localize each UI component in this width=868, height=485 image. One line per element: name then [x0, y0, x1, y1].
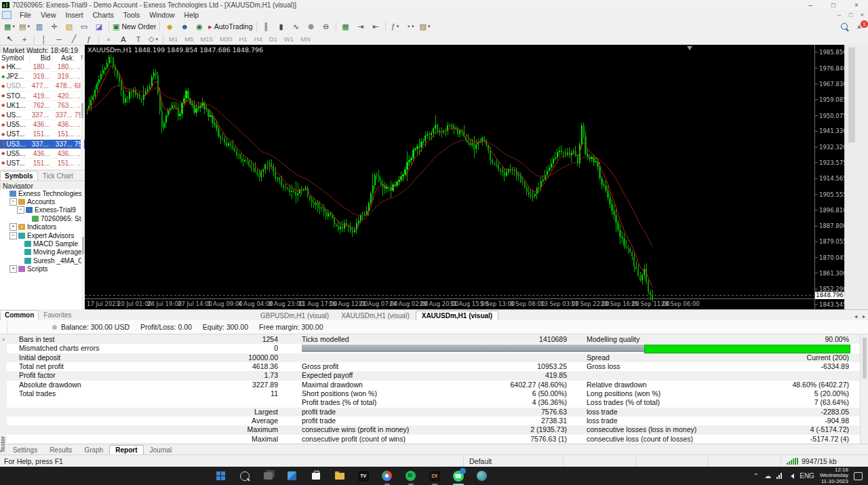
new-chart-button[interactable]: ▦▾ — [2, 20, 17, 33]
new-order-button[interactable]: ▣New Order — [111, 20, 157, 33]
onedrive-cloud-icon[interactable]: ☁ — [764, 472, 771, 480]
navigator-item[interactable]: −Expert Advisors — [0, 231, 85, 239]
navigator-item[interactable]: 70260965: Standa — [0, 214, 85, 222]
timeframe-d1-button[interactable]: D1 — [266, 34, 281, 45]
menu-insert[interactable]: Insert — [61, 11, 88, 19]
timeframe-h1-button[interactable]: H1 — [235, 34, 250, 45]
notification-center-icon[interactable] — [854, 472, 863, 480]
tray-clock[interactable]: 12:16 Wednesday 11-10-2023 — [820, 467, 848, 485]
chart-tab[interactable]: XAUUSDm,H1 (visual) — [416, 311, 498, 321]
start-button[interactable] — [214, 469, 229, 484]
spotify-app[interactable] — [403, 469, 418, 484]
menu-file[interactable]: File — [15, 11, 36, 19]
network-icon[interactable] — [776, 473, 783, 479]
exness-app[interactable]: ZX — [427, 469, 442, 484]
terminal-toggle-button[interactable]: ▭ — [77, 20, 92, 33]
fibonacci-tool-button[interactable]: ƒ — [81, 33, 96, 45]
navigator-item[interactable]: MACD Sample — [0, 239, 85, 248]
market-watch-toggle-button[interactable]: ▥ — [32, 20, 47, 33]
tradingview-app[interactable]: TV — [356, 469, 371, 484]
close-button[interactable]: × — [845, 0, 868, 10]
navigator-item[interactable]: −Exness-Trial9 — [0, 206, 85, 214]
navigator-item[interactable]: −Accounts — [0, 197, 85, 206]
timeframe-m30-button[interactable]: M30 — [216, 34, 235, 45]
navigator-tab-common[interactable]: Common — [0, 310, 39, 320]
market-watch-row[interactable]: ◆STO...419...420...... — [0, 92, 85, 101]
trendline-tool-button[interactable]: ╱ — [66, 33, 81, 45]
navigator-item[interactable]: Suresh _4MA_Corssv: — [0, 256, 85, 265]
expert-advisors-button[interactable]: ☻ — [177, 20, 192, 33]
search-icon[interactable] — [841, 23, 848, 30]
child-restore-button[interactable]: □ — [845, 11, 856, 19]
timeframe-mn-button[interactable]: MN — [297, 34, 314, 45]
timeframe-m5-button[interactable]: M5 — [181, 34, 197, 45]
timeframe-m1-button[interactable]: M1 — [165, 34, 181, 45]
expand-icon[interactable]: + — [9, 223, 17, 231]
task-view-button[interactable] — [261, 469, 276, 484]
market-watch-row[interactable]: ◆UST...151...151...... — [0, 159, 85, 168]
auto-scroll-button[interactable]: ⇥ — [353, 20, 368, 33]
bar-chart-mode-button[interactable]: ║ — [259, 20, 274, 33]
vertical-line-tool-button[interactable]: │ — [37, 33, 52, 45]
text-tool-button[interactable]: A — [116, 33, 131, 45]
menu-tools[interactable]: Tools — [119, 11, 145, 19]
navigator-item[interactable]: +Scripts — [0, 265, 85, 273]
tester-tab-journal[interactable]: Journal — [144, 445, 178, 455]
report-scrollbar[interactable] — [860, 335, 868, 444]
market-watch-row[interactable]: ◆US3...337...337...75 — [0, 140, 85, 149]
collapse-icon[interactable]: − — [17, 206, 24, 214]
profiles-button[interactable]: ▤▾ — [17, 20, 32, 33]
navigator-toggle-button[interactable]: ▧ — [62, 20, 77, 33]
market-watch-row[interactable]: ◆JP2...319...319...... — [0, 72, 85, 81]
whatsapp-app[interactable]: ☎ — [451, 469, 466, 484]
market-watch-row[interactable]: ◆US5...436...436...... — [0, 149, 85, 159]
tester-tab-graph[interactable]: Graph — [79, 445, 110, 455]
zoom-out-button[interactable]: ⊖ — [319, 20, 334, 33]
edge-app[interactable] — [475, 469, 490, 484]
menu-window[interactable]: Window — [144, 11, 179, 19]
collapse-icon[interactable]: − — [9, 198, 17, 206]
search-button[interactable] — [237, 469, 252, 484]
restore-button[interactable]: □ — [822, 0, 845, 10]
chrome-app[interactable] — [380, 469, 395, 484]
status-profile[interactable]: Default — [463, 455, 563, 467]
market-watch-scrollbar[interactable] — [81, 62, 84, 170]
navigator-item[interactable]: Exness Technologies MT4 — [0, 189, 85, 197]
chart-vertical-scrollbar[interactable] — [844, 45, 868, 309]
cursor-tool-button[interactable]: ↖ — [2, 33, 17, 45]
templates-button[interactable]: ▨▾ — [418, 20, 433, 33]
market-watch-row[interactable]: ◆USD...477...478...68 — [0, 81, 85, 91]
market-watch-row[interactable]: ◆UST...151...151...... — [0, 130, 85, 139]
collapse-icon[interactable]: − — [9, 232, 17, 239]
market-watch-row[interactable]: ◆US...337...337...75 — [0, 111, 85, 120]
periods-button[interactable]: ◔▾ — [403, 20, 418, 33]
widgets-button[interactable] — [285, 469, 300, 484]
tray-chevron-icon[interactable]: ⌃ — [753, 472, 759, 480]
chart-tab[interactable]: GBPUSDm,H1 (visual) — [254, 311, 335, 321]
expand-icon[interactable]: + — [9, 265, 17, 273]
market-watch-row[interactable]: ◆US5...436...436...... — [0, 120, 85, 130]
tile-windows-button[interactable]: ▦ — [338, 20, 353, 33]
arrows-tool-button[interactable]: ◇▾ — [146, 33, 161, 45]
expert-properties-button[interactable]: ◉ — [192, 20, 207, 33]
text-label-tool-button[interactable]: T — [131, 33, 146, 45]
price-chart[interactable]: XAUUSDm,H1 1848.199 1849.854 1847.686 18… — [85, 45, 868, 309]
market-watch-row[interactable]: ◆UK1...762...763...... — [0, 101, 85, 111]
tester-tab-settings[interactable]: Settings — [7, 445, 43, 455]
navigator-item[interactable]: Moving Average — [0, 248, 85, 256]
chart-tab[interactable]: XAUUSDm,H1 (visual) — [335, 311, 416, 321]
market-watch-row[interactable]: ◆HK...180...180...... — [0, 62, 85, 72]
strategy-tester-toggle-button[interactable]: ◪ — [92, 20, 106, 33]
notifications-icon[interactable]: ▲1 — [856, 22, 864, 31]
store-button[interactable] — [309, 469, 323, 484]
menu-help[interactable]: Help — [180, 11, 204, 19]
crosshair-tool-button[interactable]: + — [17, 33, 32, 45]
minimize-button[interactable]: – — [799, 0, 822, 10]
metaeditor-button[interactable]: ◆ — [162, 20, 177, 33]
data-window-toggle-button[interactable]: ✛ — [47, 20, 62, 33]
zoom-in-button[interactable]: ⊕ — [304, 20, 319, 33]
child-close-button[interactable]: × — [856, 11, 868, 19]
tester-tab-results[interactable]: Results — [43, 445, 78, 455]
indicators-list-button[interactable]: ƒ▾ — [388, 20, 403, 33]
menu-charts[interactable]: Charts — [88, 11, 119, 19]
